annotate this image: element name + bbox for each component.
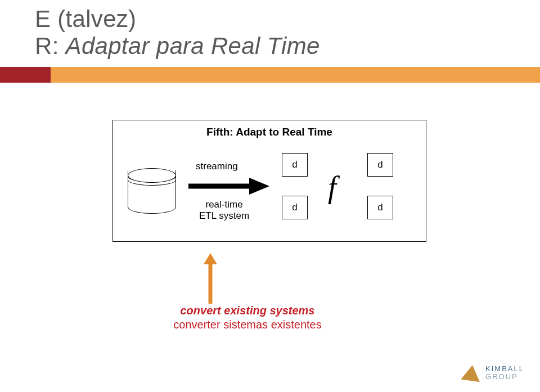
label-streaming: streaming xyxy=(196,161,238,172)
diagram-frame: Fifth: Adapt to Real Time streaming real… xyxy=(112,120,426,242)
label-etl-line2: ETL system xyxy=(199,210,249,221)
title-line2-rest: Adaptar para Real Time xyxy=(66,33,320,59)
dim-box-top-left: d xyxy=(282,153,308,177)
dim-box-bottom-left: d xyxy=(282,196,308,219)
svg-marker-3 xyxy=(204,253,217,264)
label-etl-line1: real-time xyxy=(205,199,242,210)
arrow-up-icon xyxy=(201,252,219,305)
kimball-logo: KIMBALL GROUP xyxy=(462,365,524,381)
slide-title: E (talvez) R: Adaptar para Real Time xyxy=(35,6,320,60)
label-etl-system: real-time ETL system xyxy=(199,199,249,222)
logo-triangle-icon xyxy=(461,364,482,382)
dim-box-bottom-right: d xyxy=(367,196,393,219)
slide: E (talvez) R: Adaptar para Real Time Fif… xyxy=(0,0,540,392)
callout-en: convert existing systems xyxy=(181,304,315,317)
title-line2-prefix: R: xyxy=(35,33,66,59)
svg-marker-1 xyxy=(249,178,269,195)
divider-bar-orange xyxy=(0,67,540,83)
dim-box-top-right: d xyxy=(367,153,393,177)
diagram-title: Fifth: Adapt to Real Time xyxy=(113,126,426,138)
logo-text-top: KIMBALL xyxy=(485,365,524,373)
database-icon xyxy=(128,168,175,213)
arrow-right-icon xyxy=(186,177,271,196)
title-line1-paren: (talvez) xyxy=(57,6,136,32)
fact-symbol: f xyxy=(328,170,336,205)
title-line1: E (talvez) xyxy=(35,6,136,32)
callout-pt: converter sistemas existentes xyxy=(132,318,363,332)
title-line1-prefix: E xyxy=(35,6,57,32)
divider-bar-red xyxy=(0,67,51,83)
logo-text: KIMBALL GROUP xyxy=(485,365,524,380)
title-line2: R: Adaptar para Real Time xyxy=(35,33,320,60)
callout-text: convert existing systems converter siste… xyxy=(132,304,363,332)
logo-text-bottom: GROUP xyxy=(485,373,524,381)
